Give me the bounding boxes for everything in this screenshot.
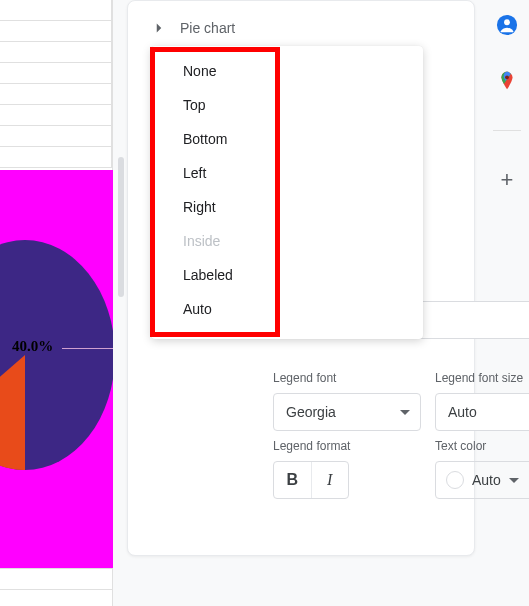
dropdown-option-auto[interactable]: Auto: [151, 292, 423, 326]
dropdown-option-right[interactable]: Right: [151, 190, 423, 224]
legend-font-size-label: Legend font size: [435, 371, 529, 385]
dropdown-option-none[interactable]: None: [151, 54, 423, 88]
color-swatch-icon: [446, 471, 464, 489]
rail-separator: [493, 130, 521, 131]
grid-cells-below: [0, 568, 113, 606]
dropdown-option-inside: Inside: [151, 224, 423, 258]
accordion-pie-chart[interactable]: Pie chart: [128, 1, 474, 51]
scrollbar-thumb[interactable]: [118, 157, 124, 297]
accordion-title: Pie chart: [180, 20, 235, 36]
caret-down-icon: [400, 410, 410, 415]
italic-button[interactable]: I: [311, 462, 349, 498]
caret-down-icon: [509, 478, 519, 483]
svg-point-3: [504, 19, 510, 25]
legend-font-label: Legend font: [273, 371, 421, 385]
chart-preview[interactable]: [0, 170, 113, 568]
bold-button[interactable]: B: [274, 462, 311, 498]
legend-font-select[interactable]: Georgia: [273, 393, 421, 431]
legend-font-size-select[interactable]: Auto: [435, 393, 529, 431]
dropdown-option-bottom[interactable]: Bottom: [151, 122, 423, 156]
dropdown-option-top[interactable]: Top: [151, 88, 423, 122]
spreadsheet-area: 40.0%: [0, 0, 113, 606]
text-color-group: Text color Auto: [435, 439, 529, 499]
legend-font-group: Legend font Georgia: [273, 371, 421, 431]
legend-font-size-group: Legend font size Auto: [435, 371, 529, 431]
add-button[interactable]: +: [501, 169, 514, 191]
legend-controls: Legend font Georgia Legend font size Aut…: [273, 371, 529, 499]
text-color-select[interactable]: Auto: [435, 461, 529, 499]
text-color-value: Auto: [472, 472, 501, 488]
side-rail: +: [485, 14, 529, 191]
dropdown-option-left[interactable]: Left: [151, 156, 423, 190]
svg-point-4: [505, 75, 509, 79]
legend-font-size-value: Auto: [448, 404, 477, 420]
dropdown-option-labeled[interactable]: Labeled: [151, 258, 423, 292]
contacts-icon[interactable]: [496, 14, 518, 36]
maps-icon[interactable]: [496, 70, 518, 92]
legend-format-group: Legend format B I: [273, 439, 421, 499]
text-color-label: Text color: [435, 439, 529, 453]
chevron-right-icon: [150, 19, 168, 37]
legend-format-buttons: B I: [273, 461, 349, 499]
slice-percent-label: 40.0%: [12, 338, 53, 355]
legend-position-dropdown: None Top Bottom Left Right Inside Labele…: [151, 46, 423, 339]
legend-format-label: Legend format: [273, 439, 421, 453]
grid-cells: [0, 0, 113, 170]
label-connector: [62, 348, 113, 349]
legend-font-value: Georgia: [286, 404, 336, 420]
